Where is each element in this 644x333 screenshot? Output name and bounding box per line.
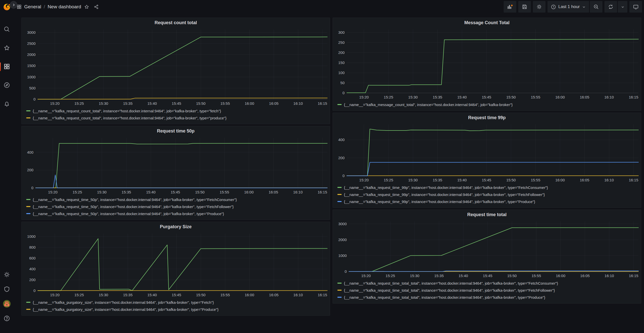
panel-request-time-total: Request time total 15:2015:2515:3015:351…: [333, 210, 641, 304]
svg-text:15:25: 15:25: [73, 190, 82, 194]
svg-text:2000: 2000: [27, 52, 36, 57]
svg-text:16:05: 16:05: [580, 95, 589, 99]
panel-message-count-total: Message Count Total 15:2015:2515:3015:35…: [333, 18, 641, 111]
legend-series-label[interactable]: {__name__="kafka_request_count_total", i…: [33, 116, 227, 120]
sidebar-item-configuration[interactable]: [3, 271, 11, 279]
time-series-chart[interactable]: 15:2015:2515:3015:3515:4015:4515:5015:55…: [333, 27, 641, 101]
legend-series-swatch: [26, 206, 30, 207]
legend-series-label[interactable]: {__name__="kafka_request_time_99p", inst…: [344, 185, 548, 190]
svg-text:16:15: 16:15: [318, 101, 327, 106]
svg-text:15:45: 15:45: [482, 95, 491, 99]
sidebar-item-help[interactable]: [3, 314, 11, 323]
legend-series-swatch: [337, 283, 342, 284]
sidebar-expand-button[interactable]: [10, 1, 17, 9]
svg-text:16:10: 16:10: [293, 293, 303, 297]
chart-svg: 15:2015:2515:3015:3515:4015:4515:5015:55…: [334, 122, 641, 183]
time-series-chart[interactable]: 15:2015:2515:3015:3515:4015:4515:5015:55…: [22, 136, 330, 195]
legend-series-label[interactable]: {__name__="kafka_request_time_99p", inst…: [344, 192, 545, 197]
legend-item: {__name__="kafka_request_time_total_tota…: [337, 280, 641, 287]
svg-text:15:45: 15:45: [172, 101, 181, 106]
time-series-chart[interactable]: 15:2015:2515:3015:3515:4015:4515:5015:55…: [22, 231, 330, 298]
legend-series-label[interactable]: {__name__="kafka_request_time_99p", inst…: [344, 199, 535, 204]
time-range-label: Last 1 hour: [558, 4, 580, 9]
breadcrumb: General / New dashboard: [17, 4, 81, 10]
cycle-view-mode-button[interactable]: [629, 1, 642, 13]
panel-title[interactable]: Message Count Total: [333, 18, 641, 27]
legend-series-swatch: [26, 302, 30, 303]
add-panel-button[interactable]: [504, 1, 516, 13]
panel-title[interactable]: Request time total: [333, 210, 641, 219]
help-icon: [4, 315, 10, 322]
panel-title[interactable]: Request count total: [22, 18, 330, 27]
panel-title[interactable]: Purgatory Size: [22, 222, 330, 231]
legend-series-label[interactable]: {__name__="kafka_request_count_total", i…: [33, 109, 221, 113]
sidebar-item-dashboards[interactable]: [3, 62, 11, 71]
breadcrumb-dashboard-title[interactable]: New dashboard: [48, 4, 81, 10]
star-dashboard-button[interactable]: [83, 3, 91, 11]
legend-item: {__name__="kafka_request_count_total", i…: [26, 114, 330, 121]
legend-series-swatch: [26, 117, 30, 118]
svg-text:15:30: 15:30: [99, 101, 108, 106]
legend-series-swatch: [337, 297, 342, 298]
panel-title[interactable]: Request time 50p: [22, 126, 330, 136]
time-range-picker[interactable]: Last 1 hour: [548, 1, 589, 13]
save-dashboard-button[interactable]: [518, 1, 531, 13]
legend-series-label[interactable]: {__name__="kafka_request_time_total_tota…: [344, 288, 555, 292]
sidebar-item-explore[interactable]: [3, 81, 11, 90]
legend-series-label[interactable]: {__name__="kafka_request_time_50p", inst…: [33, 197, 237, 202]
legend-series-label[interactable]: {__name__="kafka_purgatory_size", instan…: [33, 307, 218, 312]
legend-series-label[interactable]: {__name__="kafka_request_time_50p", inst…: [33, 212, 224, 216]
svg-text:200: 200: [29, 278, 36, 282]
legend-series-label[interactable]: {__name__="kafka_purgatory_size", instan…: [33, 300, 214, 305]
svg-text:1000: 1000: [27, 234, 36, 239]
svg-text:15:55: 15:55: [531, 178, 540, 182]
zoom-out-time-button[interactable]: [590, 1, 602, 13]
legend-series-label[interactable]: {__name__="kafka_request_time_total_tota…: [344, 281, 558, 285]
refresh-dashboard-button[interactable]: [604, 1, 617, 13]
legend-series-label[interactable]: {__name__="kafka_message_count_total", i…: [344, 103, 512, 107]
svg-text:400: 400: [29, 267, 36, 271]
sidebar-item-search[interactable]: [3, 25, 11, 34]
breadcrumb-folder[interactable]: General: [24, 4, 41, 10]
chart-svg: 15:2015:2515:3015:3515:4015:4515:5015:55…: [23, 231, 330, 298]
share-dashboard-button[interactable]: [92, 3, 100, 11]
svg-text:15:50: 15:50: [195, 190, 205, 194]
svg-text:16:15: 16:15: [629, 178, 638, 182]
dashboard-settings-button[interactable]: [533, 1, 545, 13]
svg-text:15:30: 15:30: [410, 274, 420, 278]
refresh-interval-dropdown[interactable]: [618, 1, 627, 13]
legend-series-swatch: [26, 213, 30, 214]
search-icon: [4, 26, 10, 33]
sidebar-item-profile[interactable]: [3, 300, 11, 308]
svg-text:15:30: 15:30: [99, 293, 108, 297]
time-series-chart[interactable]: 15:2015:2515:3015:3515:4015:4515:5015:55…: [333, 122, 641, 183]
legend-series-swatch: [26, 110, 30, 111]
legend-series-swatch: [337, 104, 342, 105]
time-series-chart[interactable]: 15:2015:2515:3015:3515:4015:4515:5015:55…: [333, 219, 641, 279]
legend-item: {__name__="kafka_request_time_50p", inst…: [26, 210, 330, 217]
svg-text:0: 0: [31, 186, 33, 190]
time-series-chart[interactable]: 15:2015:2515:3015:3515:4015:4515:5015:55…: [22, 27, 330, 107]
legend-series-label[interactable]: {__name__="kafka_request_time_total_tota…: [344, 295, 545, 299]
legend-item: {__name__="kafka_request_time_99p", inst…: [337, 184, 641, 191]
svg-text:2000: 2000: [338, 238, 347, 242]
svg-text:16:05: 16:05: [269, 293, 279, 297]
legend-series-label[interactable]: {__name__="kafka_request_time_50p", inst…: [33, 205, 234, 209]
sidebar-item-starred[interactable]: [3, 44, 11, 52]
svg-text:16:00: 16:00: [556, 274, 565, 278]
sidebar-item-server-admin[interactable]: [3, 285, 11, 294]
breadcrumb-separator: /: [44, 4, 45, 10]
svg-text:15:35: 15:35: [434, 274, 444, 278]
svg-text:15:55: 15:55: [532, 274, 541, 278]
svg-text:1000: 1000: [338, 253, 347, 258]
svg-text:16:10: 16:10: [604, 178, 614, 182]
svg-text:16:05: 16:05: [580, 178, 589, 182]
svg-text:15:25: 15:25: [74, 101, 84, 106]
legend-series-swatch: [26, 199, 30, 200]
svg-text:16:00: 16:00: [555, 95, 565, 99]
svg-text:15:20: 15:20: [359, 95, 369, 99]
svg-text:15:55: 15:55: [220, 101, 230, 106]
svg-text:15:45: 15:45: [171, 190, 180, 194]
panel-title[interactable]: Request time 99p: [333, 113, 641, 122]
sidebar-item-alerting[interactable]: [3, 100, 11, 108]
